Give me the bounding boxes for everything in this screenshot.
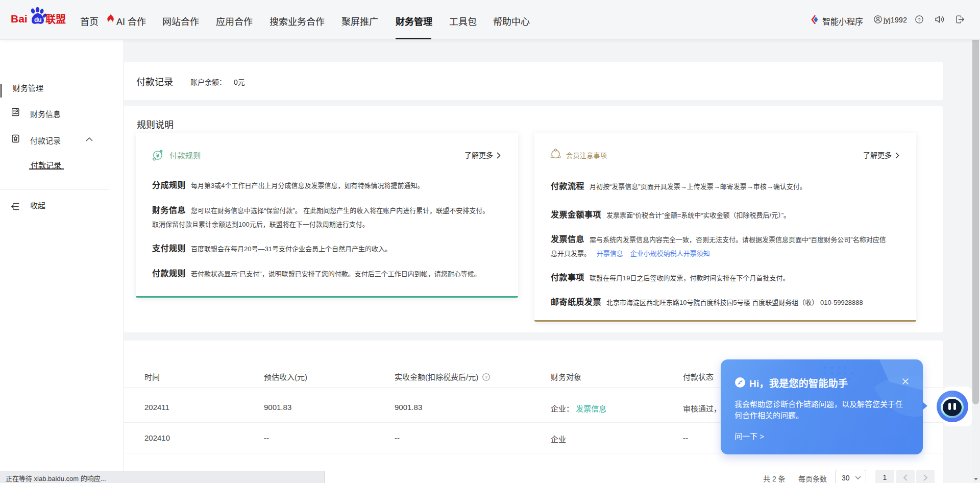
svg-text:联盟: 联盟	[45, 14, 66, 25]
svg-text:?: ?	[485, 375, 487, 380]
svg-text:?: ?	[918, 17, 920, 22]
svg-text:Bai: Bai	[11, 13, 28, 25]
svg-text:du: du	[34, 16, 42, 23]
